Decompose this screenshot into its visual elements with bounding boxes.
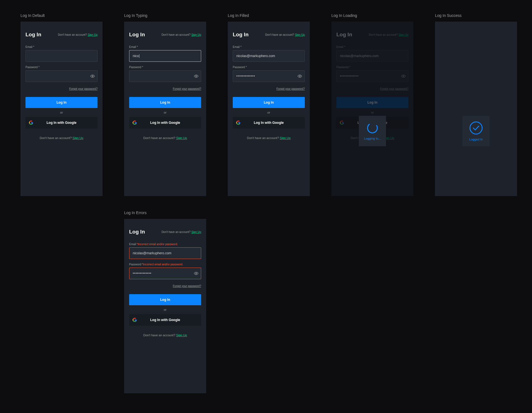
forgot-password-link[interactable]: Forgot your password? — [277, 87, 305, 90]
header-row: Log In Don't have an account? Sign Up — [129, 32, 201, 38]
signup-link-top[interactable]: Sign Up — [191, 230, 201, 234]
page-title: Log In — [129, 229, 145, 235]
or-divider: or — [25, 111, 98, 114]
top-prompt-text: Don't have an account? — [265, 33, 294, 36]
top-prompt-text: Don't have an account? — [162, 230, 191, 234]
email-label: Email *Incorrect email and/or password. — [129, 243, 201, 246]
password-value: ••••••••••••• — [236, 74, 255, 78]
header-row: Log In Don't have an account? Sign Up — [233, 32, 305, 38]
artboard-label: Log In Default — [21, 13, 103, 18]
email-input-wrap: nicolas@markuphero.com — [129, 247, 201, 259]
modal-label: Logged In — [469, 138, 483, 141]
login-button[interactable]: Log In — [25, 97, 98, 108]
login-card: Log In Don't have an account? Sign Up Em… — [21, 22, 103, 196]
or-divider: or — [129, 308, 201, 311]
check-circle-icon — [469, 121, 483, 135]
top-prompt-text: Don't have an account? — [162, 33, 191, 36]
bottom-prompt-text: Don't have an account? — [143, 334, 175, 337]
password-input-wrap — [25, 70, 98, 82]
top-signup-prompt: Don't have an account? Sign Up — [265, 33, 305, 36]
svg-point-4 — [366, 122, 378, 134]
toggle-password-icon[interactable] — [298, 74, 302, 78]
top-signup-prompt: Don't have an account? Sign Up — [58, 33, 98, 36]
google-login-button[interactable]: Log In with Google — [233, 117, 305, 129]
password-label: Password *Incorrect email and/or passwor… — [129, 263, 201, 266]
login-button[interactable]: Log In — [233, 97, 305, 108]
email-field[interactable] — [25, 50, 98, 62]
google-icon — [29, 120, 33, 125]
forgot-password-link[interactable]: Forgot your password? — [173, 284, 201, 288]
google-icon — [132, 318, 137, 322]
header-row: Log In Don't have an account? Sign Up — [129, 229, 201, 235]
artboard-label: Log In Typing — [124, 13, 206, 18]
password-input-wrap — [129, 70, 201, 82]
page-title: Log In — [233, 32, 249, 38]
artboard-default: Log In Default Log In Don't have an acco… — [21, 13, 103, 196]
signup-link-bottom[interactable]: Sign Up — [176, 136, 187, 140]
svg-point-1 — [196, 76, 197, 77]
dim-overlay — [435, 22, 517, 196]
login-card: Log In Don't have an account? Sign Up Em… — [435, 22, 517, 196]
top-signup-prompt: Don't have an account? Sign Up — [162, 33, 201, 36]
password-field[interactable] — [129, 70, 201, 82]
or-divider: or — [129, 111, 201, 114]
login-button[interactable]: Log In — [129, 294, 201, 305]
forgot-password-link[interactable]: Forgot your password? — [173, 87, 201, 90]
spinner-icon — [366, 122, 378, 134]
modal-label: Logging In... — [364, 137, 381, 140]
email-field[interactable]: nicolas@markuphero.com — [129, 247, 201, 259]
page-title: Log In — [25, 32, 41, 38]
artboard-label: Log In Loading — [331, 13, 413, 18]
signup-link-top[interactable]: Sign Up — [295, 33, 305, 36]
signup-link-bottom[interactable]: Sign Up — [73, 136, 83, 140]
signup-link-bottom[interactable]: Sign Up — [176, 334, 187, 337]
svg-point-2 — [299, 76, 300, 77]
toggle-password-icon[interactable] — [90, 74, 95, 78]
password-label: Password * — [25, 66, 98, 69]
login-card: Log In Don't have an account? Sign Up Em… — [124, 22, 206, 196]
forgot-row: Forgot your password? — [25, 86, 98, 91]
or-divider: or — [233, 111, 305, 114]
password-input-wrap: ••••••••••••• — [233, 70, 305, 82]
forgot-row: Forgot your password? — [129, 283, 201, 288]
bottom-prompt-text: Don't have an account? — [40, 136, 71, 140]
password-field[interactable]: ••••••••••••• — [233, 70, 305, 82]
top-prompt-text: Don't have an account? — [58, 33, 87, 36]
password-field[interactable] — [25, 70, 98, 82]
bottom-signup-prompt: Don't have an account? Sign Up — [129, 334, 201, 337]
artboard-filled: Log In Filled Log In Don't have an accou… — [228, 13, 310, 196]
google-login-button[interactable]: Log In with Google — [129, 314, 201, 326]
login-button[interactable]: Log In — [129, 97, 201, 108]
signup-link-top[interactable]: Sign Up — [191, 33, 201, 36]
dim-overlay — [331, 22, 413, 196]
text-caret — [139, 54, 139, 58]
password-error-text: *Incorrect email and/or password. — [142, 263, 183, 266]
password-input-wrap: ••••••••••••• — [129, 268, 201, 279]
email-label: Email * — [129, 45, 201, 48]
password-label: Password * — [233, 66, 305, 69]
toggle-password-icon[interactable] — [194, 271, 198, 276]
signup-link-top[interactable]: Sign Up — [88, 33, 98, 36]
success-modal: Logged In — [462, 116, 490, 146]
email-field[interactable]: nicolas@markuphero.com — [233, 50, 305, 62]
email-error-text: *Incorrect email and/or password. — [137, 243, 178, 246]
forgot-password-link[interactable]: Forgot your password? — [69, 87, 98, 90]
bottom-signup-prompt: Don't have an account? Sign Up — [25, 136, 98, 140]
signup-link-bottom[interactable]: Sign Up — [280, 136, 291, 140]
login-card: Log In Don't have an account? Sign Up Em… — [331, 22, 413, 196]
password-label: Password * — [129, 66, 201, 69]
toggle-password-icon[interactable] — [194, 74, 198, 78]
google-login-button[interactable]: Log In with Google — [129, 117, 201, 129]
bottom-prompt-text: Don't have an account? — [143, 136, 175, 140]
password-field[interactable]: ••••••••••••• — [129, 268, 201, 279]
google-icon — [236, 120, 241, 125]
artboard-label: Log In Success — [435, 13, 517, 18]
svg-point-0 — [92, 76, 93, 77]
google-icon — [132, 120, 137, 125]
password-value: ••••••••••••• — [133, 271, 152, 275]
google-login-button[interactable]: Log In with Google — [25, 117, 98, 129]
email-field[interactable]: nico — [129, 50, 201, 62]
artboard-typing: Log In Typing Log In Don't have an accou… — [124, 13, 206, 196]
svg-point-7 — [196, 273, 197, 274]
email-value: nico — [133, 54, 139, 58]
